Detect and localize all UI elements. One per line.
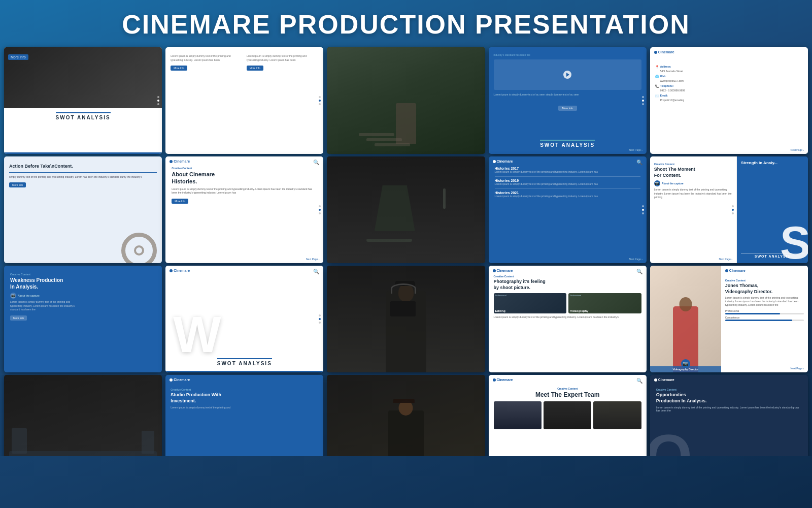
name-r3s5: Jones Thomas, Videography Director. — [725, 283, 804, 295]
slide-r2s3 — [327, 156, 485, 263]
skill2-r3s5: Competence — [725, 316, 804, 319]
web-label-r1s5: Web: — [660, 74, 684, 79]
slide-r1s4[interactable]: industry's standard has been the Lorem i… — [489, 47, 647, 154]
more-info-btn-r1s1[interactable]: More Info — [8, 54, 28, 60]
col1-text-r1s2: Lorem Ipsum is simply dummy text of the … — [171, 54, 243, 62]
title-r4s4: Meet The Expert Team — [494, 391, 641, 398]
slide-r4s2: Cinemare Creative Content Studio Product… — [165, 375, 323, 456]
o-letter-r4s5: O — [650, 426, 692, 456]
title-r2s2: About Cinemare Histories. — [172, 171, 317, 185]
slide-r1s5: Cinemare 📍 Address: 54/1 Australia Stree… — [650, 47, 808, 154]
address-label-r1s5: Address: — [660, 65, 683, 69]
title-r4s2: Studio Production With Investment. — [171, 392, 318, 404]
next-page-r2s2: Next Page › — [306, 258, 319, 261]
brand-r1s5: Cinemare — [658, 50, 674, 54]
label-r3s4: Creative Content — [494, 275, 641, 278]
team-grid-r4s4 — [494, 401, 641, 429]
h2-year-r2s4: Histories 2019 — [495, 179, 640, 182]
slide-r1s2: Lorem Ipsum is simply dummy text of the … — [165, 47, 323, 154]
slide-r3s3 — [327, 266, 485, 372]
slide-r2s4: Cinemare 🔍 Histories 2017 Lorem ipsum is… — [489, 156, 647, 263]
search-r4s4[interactable]: 🔍 — [636, 378, 642, 384]
btn-r3s1[interactable]: More Info — [10, 315, 27, 321]
h1-year-r2s4: Histories 2017 — [495, 167, 640, 170]
action-body-r2s1: simply dummy text of the printing and ty… — [9, 175, 157, 179]
more-info-btn-r1s4[interactable]: More Info — [558, 106, 577, 111]
slide-r4s1 — [4, 375, 162, 456]
slide-r4s4: Cinemare 🔍 Creative Content Meet The Exp… — [489, 375, 647, 456]
sub2-label-r3s4: Videography — [570, 309, 588, 312]
web-r1s5: www.project217.com — [660, 79, 684, 83]
label-r2s2: Creative Content — [172, 167, 317, 170]
label-r2s5: Creative Content — [654, 163, 732, 166]
search-r3s4[interactable]: 🔍 — [636, 269, 642, 274]
btn-r2s2[interactable]: More Info — [172, 199, 188, 204]
slide-grid-row4: Cinemare Creative Content Studio Product… — [0, 375, 812, 456]
h3-year-r2s4: Histories 2021 — [495, 191, 640, 195]
role-r3s5: Videography Director — [652, 368, 720, 371]
brand-r3s2: Cinemare — [174, 269, 190, 272]
body-r2s2: Lorem ipsum is simply dummy text of the … — [172, 187, 317, 195]
label-r3s5: Creative Content — [725, 279, 804, 282]
brand-r2s4: Cinemare — [497, 160, 513, 163]
strength-title-r2s5: Strength In Analy... — [741, 161, 804, 166]
swot-label-r1s1: SWOT ANALYSIS — [56, 112, 111, 120]
body-r3s4: Lorem ipsum is simply dummy text of the … — [494, 315, 641, 320]
slide-r2s1: Action Before Take\nContent. simply dumm… — [4, 156, 162, 263]
body-r2s5: Lorem ipsum is simply dummy text of the … — [654, 188, 732, 200]
slide-r3s5: 📷 Videography Director Cinemare Creative… — [650, 266, 808, 372]
brand-r4s5: Cinemare — [658, 378, 674, 382]
action-btn-r2s1[interactable]: More Info — [9, 182, 26, 187]
sublabel-r3s1: About the capture — [18, 294, 40, 297]
body-r3s1: Lorem ipsum is simply dummy text of the … — [10, 300, 156, 312]
slide-r2s2: Cinemare 🔍 Creative Content About Cinema… — [165, 156, 323, 263]
slide-r1s1[interactable]: More Info SWOT ANALYSIS — [4, 47, 162, 154]
swot-label-r3s2: SWOT ANALYSIS — [217, 358, 272, 366]
slide-r3s1: Creative Content Weakness Production In … — [4, 266, 162, 372]
slide-r2s5-container: Creative Content Shoot The Moment For Co… — [650, 156, 808, 263]
swot-label-r1s4: SWOT ANALYSIS — [540, 140, 595, 148]
brand-r4s2: Cinemare — [174, 378, 190, 382]
col2-text-r1s2: Lorem Ipsum is simply dummy text of the … — [247, 54, 319, 62]
email-r1s5: Project217@emailing — [660, 98, 685, 103]
h2-text-r2s4: Lorem ipsum is simply dummy text of the … — [495, 182, 640, 186]
body-r4s2: Lorem ipsum is simply dummy text of the … — [171, 406, 318, 409]
label-r4s4: Creative Content — [494, 387, 641, 390]
body-r3s5: Lorem ipsum is simply dummy text of the … — [725, 296, 804, 307]
btn1-r1s2[interactable]: More Info — [171, 66, 187, 71]
title-r2s5: Shoot The Moment For Content. — [654, 167, 732, 178]
slide-r1s3 — [327, 47, 485, 154]
title-r3s4: Photography it's feeling by shoot pictur… — [494, 279, 641, 291]
brand-r2s2: Cinemare — [174, 160, 190, 163]
slide-r3s4: Cinemare 🔍 Creative Content Photography … — [489, 266, 647, 372]
label-r4s5: Creative Content — [656, 388, 802, 391]
brand-r3s5: Cinemare — [729, 269, 746, 272]
address-r1s5: 54/1 Australia Street — [660, 69, 683, 74]
btn2-r1s2[interactable]: More Info — [247, 66, 263, 71]
search-r2s4[interactable]: 🔍 — [636, 160, 642, 165]
slide-r4s3 — [327, 375, 485, 456]
slide-r4s5: Cinemare Creative Content Opportunities … — [650, 375, 808, 456]
phone-r1s5: 0922 - 8.000999.9999 — [660, 88, 685, 93]
search-r3s2[interactable]: 🔍 — [313, 269, 319, 274]
page-header: CINEMARE PRODUCTION PRESENTATION — [0, 0, 812, 45]
search-r2s2[interactable]: 🔍 — [313, 160, 319, 165]
next-page-r2s5: Next Page › — [719, 258, 732, 261]
action-title-r2s1: Action Before Take\nContent. — [9, 164, 157, 170]
slide-grid-row2: Action Before Take\nContent. simply dumm… — [0, 156, 812, 266]
sub1-sub-r3s4: Professional — [495, 294, 506, 297]
page-title: CINEMARE PRODUCTION PRESENTATION — [0, 9, 812, 40]
sub2-sub-r3s4: Professional — [570, 294, 581, 297]
swot-label-extra: SWOT ANALYSIS — [741, 253, 804, 258]
slide-grid-row3: Creative Content Weakness Production In … — [0, 266, 812, 375]
sub1-label-r3s4: Editing — [495, 309, 505, 312]
brand-r3s4: Cinemare — [497, 269, 513, 272]
sublabel-r2s5: About the capture — [662, 182, 684, 185]
next-page-r1s4: Next Page › — [629, 148, 642, 151]
h3-text-r2s4: Lorem ipsum is simply dummy text of the … — [495, 195, 640, 198]
next-page-r3s5: Next Page › — [791, 367, 804, 370]
h1-text-r2s4: Lorem ipsum is simply dummy text of the … — [495, 170, 640, 174]
label-r4s2: Creative Content — [171, 388, 318, 391]
phone-label-r1s5: Telephone: — [660, 84, 685, 88]
w-letter-r3s2: W — [173, 309, 221, 360]
